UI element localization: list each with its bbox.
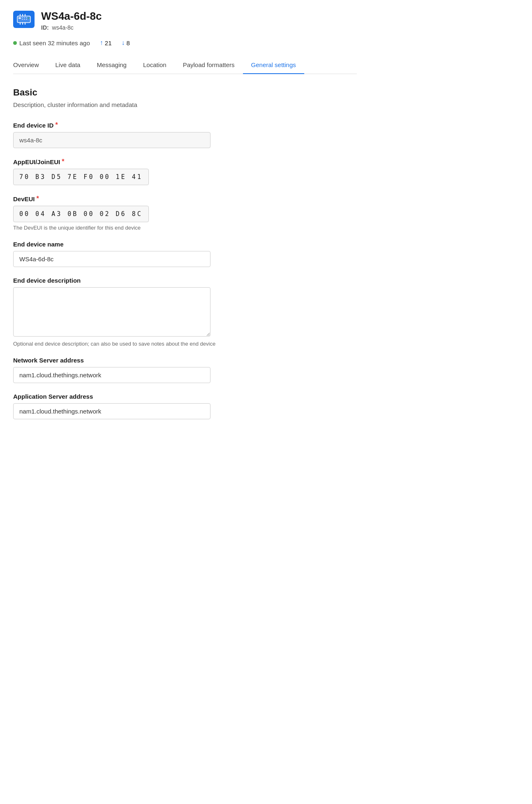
tab-general-settings[interactable]: General settings bbox=[243, 56, 304, 74]
basic-section: Basic Description, cluster information a… bbox=[13, 87, 357, 419]
download-arrow-icon: ↓ bbox=[121, 39, 125, 46]
input-dev-eui: 00 04 A3 0B 00 02 D6 8C bbox=[13, 206, 149, 222]
device-id-value: ws4a-8c bbox=[52, 24, 74, 31]
svg-rect-4 bbox=[22, 19, 23, 20]
field-end-device-description: End device description Optional end devi… bbox=[13, 277, 357, 347]
required-star-end-device-id: * bbox=[55, 121, 58, 129]
tab-messaging[interactable]: Messaging bbox=[88, 56, 135, 74]
tab-overview[interactable]: Overview bbox=[13, 56, 47, 74]
field-app-eui: AppEUI/JoinEUI * 70 B3 D5 7E F0 00 1E 41 bbox=[13, 158, 357, 185]
label-end-device-description: End device description bbox=[13, 277, 357, 284]
required-star-app-eui: * bbox=[62, 158, 64, 165]
tab-live-data[interactable]: Live data bbox=[47, 56, 89, 74]
label-network-server-address: Network Server address bbox=[13, 357, 357, 364]
field-end-device-id: End device ID * bbox=[13, 121, 357, 148]
status-bar: Last seen 32 minutes ago ↑ 21 ↓ 8 bbox=[13, 39, 357, 46]
label-end-device-id: End device ID * bbox=[13, 121, 357, 129]
section-title-basic: Basic bbox=[13, 87, 357, 98]
nav-tabs: Overview Live data Messaging Location Pa… bbox=[13, 56, 357, 74]
svg-rect-5 bbox=[24, 17, 25, 18]
device-name: WS4a-6d-8c bbox=[41, 10, 102, 23]
field-dev-eui: DevEUI * 00 04 A3 0B 00 02 D6 8C The Dev… bbox=[13, 195, 357, 231]
tab-location[interactable]: Location bbox=[135, 56, 175, 74]
last-seen-label: Last seen 32 minutes ago bbox=[19, 40, 90, 46]
hint-end-device-description: Optional end device description; can als… bbox=[13, 341, 357, 347]
svg-rect-3 bbox=[22, 17, 23, 18]
svg-rect-7 bbox=[26, 17, 27, 18]
svg-point-9 bbox=[28, 18, 29, 19]
input-app-eui: 70 B3 D5 7E F0 00 1E 41 bbox=[13, 169, 149, 185]
device-id-label: ID: bbox=[41, 24, 49, 31]
device-icon-image bbox=[13, 11, 35, 28]
field-network-server-address: Network Server address bbox=[13, 357, 357, 383]
upload-arrow-icon: ↑ bbox=[100, 39, 103, 46]
last-seen-status: Last seen 32 minutes ago bbox=[13, 40, 90, 46]
download-number: 8 bbox=[126, 40, 130, 46]
device-title-block: WS4a-6d-8c ID: ws4a-8c bbox=[41, 10, 102, 31]
upload-count: ↑ 21 bbox=[100, 39, 112, 46]
field-end-device-name: End device name bbox=[13, 241, 357, 267]
label-app-eui: AppEUI/JoinEUI * bbox=[13, 158, 357, 165]
upload-number: 21 bbox=[105, 40, 112, 46]
svg-rect-6 bbox=[24, 19, 25, 20]
device-id: ID: ws4a-8c bbox=[41, 24, 102, 31]
svg-rect-8 bbox=[26, 19, 27, 20]
hint-dev-eui: The DevEUI is the unique identifier for … bbox=[13, 225, 357, 231]
input-network-server-address[interactable] bbox=[13, 367, 210, 383]
input-end-device-name[interactable] bbox=[13, 251, 210, 267]
field-application-server-address: Application Server address bbox=[13, 393, 357, 419]
input-application-server-address[interactable] bbox=[13, 403, 210, 419]
download-count: ↓ 8 bbox=[121, 39, 130, 46]
input-end-device-id[interactable] bbox=[13, 132, 210, 148]
input-end-device-description[interactable] bbox=[13, 287, 210, 337]
tab-payload-formatters[interactable]: Payload formatters bbox=[175, 56, 243, 74]
device-header: WS4a-6d-8c ID: ws4a-8c bbox=[13, 10, 357, 31]
section-desc-basic: Description, cluster information and met… bbox=[13, 101, 357, 108]
status-dot bbox=[13, 41, 17, 45]
required-star-dev-eui: * bbox=[37, 195, 39, 202]
label-end-device-name: End device name bbox=[13, 241, 357, 248]
svg-rect-2 bbox=[19, 17, 21, 19]
label-dev-eui: DevEUI * bbox=[13, 195, 357, 202]
label-application-server-address: Application Server address bbox=[13, 393, 357, 400]
